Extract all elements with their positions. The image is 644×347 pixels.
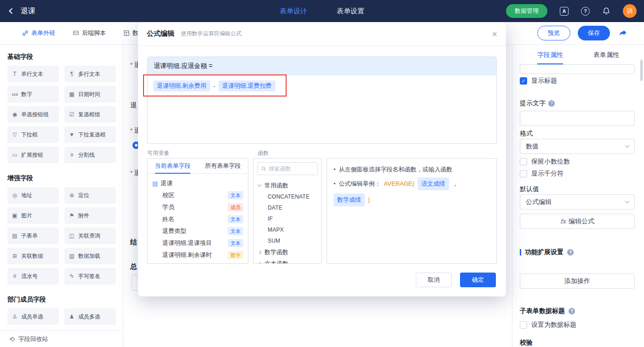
validation-title: 校验: [520, 339, 533, 347]
tab-field-properties[interactable]: 字段属性: [537, 51, 563, 64]
variable-row[interactable]: 校区 文本: [152, 189, 243, 201]
translate-icon[interactable]: A: [560, 7, 569, 16]
function-item[interactable]: MAPX: [258, 224, 317, 235]
variable-row[interactable]: 学员 成员: [152, 201, 243, 213]
function-item[interactable]: IF: [258, 213, 317, 224]
variable-row[interactable]: 退课明细.剩余课时 数字: [152, 249, 243, 261]
add-action-button[interactable]: 添加操作: [520, 273, 635, 289]
chevron-down-icon: [625, 143, 630, 148]
function-group-label: 数学函数: [264, 248, 288, 256]
variable-row[interactable]: 姓名 文本: [152, 213, 243, 225]
section-accent-bar: [520, 249, 521, 256]
user-avatar[interactable]: 训: [623, 4, 637, 18]
scrollbar-thumb[interactable]: [640, 60, 643, 81]
toolbar-item-external-link[interactable]: 表单外链: [22, 29, 55, 37]
palette-item-attachment[interactable]: ⚑附件: [64, 207, 116, 224]
thousands-row: 显示千分符: [520, 170, 635, 178]
palette-item-label: 子表单: [21, 232, 38, 240]
formula-expression-area[interactable]: 退课明细.剩余费用 - 退课明细.退费扣费: [148, 75, 496, 97]
tab-form-settings[interactable]: 表单设置: [337, 7, 364, 16]
close-icon[interactable]: ×: [492, 29, 497, 39]
function-group-math[interactable]: 数学函数: [258, 246, 317, 258]
palette-item-serial-number[interactable]: #流水号: [7, 268, 59, 284]
hint-help-icon[interactable]: ?: [548, 100, 555, 107]
preview-button[interactable]: 预览: [537, 26, 570, 40]
script-icon: [73, 30, 79, 36]
hint-text-label: 提示文字: [520, 99, 546, 108]
extend-button-icon: ▭: [11, 152, 18, 158]
palette-item-image[interactable]: ▣图片: [7, 207, 59, 224]
palette-item-dropdown-multi[interactable]: ▼下拉复选框: [64, 126, 116, 143]
palette-item-label: 流水号: [21, 273, 38, 280]
palette-item-data-load[interactable]: ▥数据加载: [64, 248, 116, 264]
back-button[interactable]: [7, 7, 15, 15]
palette-item-checkbox-group[interactable]: ☑复选框组: [64, 106, 116, 123]
function-group-common[interactable]: 常用函数: [258, 180, 317, 191]
default-value-select[interactable]: 公式编辑: [520, 194, 635, 210]
function-item[interactable]: SUM: [258, 235, 317, 246]
palette-item-single-line-text[interactable]: T单行文本: [7, 66, 59, 82]
palette-item-location[interactable]: ⊕定位: [64, 187, 116, 204]
palette-item-member-multi[interactable]: ♟成员多选: [64, 308, 116, 325]
set-data-title-checkbox[interactable]: [520, 321, 527, 329]
help-icon[interactable]: ?: [581, 7, 590, 16]
toolbar-item-backend-script[interactable]: 后端脚本: [73, 29, 106, 37]
extension-help-icon[interactable]: ?: [567, 249, 574, 256]
help-example-function: AVERAGE(: [384, 179, 414, 189]
permission-icon: [123, 30, 130, 36]
checkbox-group-icon: ☑: [68, 111, 75, 118]
tab-form-properties[interactable]: 表单属性: [593, 51, 619, 64]
tab-current-form-fields[interactable]: 当前表单字段: [148, 159, 198, 173]
subform-title-section-header: 子表单数据标题 ?: [520, 307, 635, 315]
palette-item-datetime[interactable]: ▦日期时间: [64, 86, 116, 102]
variable-row[interactable]: 退课明细.退课项目 文本: [152, 237, 243, 249]
variable-row[interactable]: 退费类型 文本: [152, 225, 243, 237]
palette-item-signature[interactable]: ✎手写签名: [64, 268, 116, 284]
palette-item-divider[interactable]: ≡分割线: [64, 147, 116, 163]
set-data-title-label: 设置为数据标题: [531, 321, 576, 329]
formula-operator: -: [213, 83, 215, 90]
palette-item-radio-group[interactable]: ◉单选按钮组: [7, 106, 59, 123]
recycle-icon: ⟲: [9, 336, 15, 343]
hint-text-input[interactable]: [520, 111, 635, 126]
function-group-text[interactable]: 文本函数: [258, 258, 317, 264]
caret-right-icon: [258, 250, 261, 254]
data-manage-button[interactable]: 数据管理: [506, 4, 547, 18]
title-input-partial[interactable]: [520, 64, 635, 74]
attachment-icon: ⚑: [68, 212, 75, 219]
tab-all-form-fields[interactable]: 所有表单字段: [198, 159, 248, 173]
page-title: 退课: [21, 6, 35, 16]
notification-bell-icon[interactable]: [602, 7, 610, 15]
palette-item-lookup[interactable]: ◫关联查询: [64, 228, 116, 244]
palette-item-dropdown[interactable]: ▽下拉框: [7, 126, 59, 143]
variables-root-node[interactable]: ▤ 退课: [152, 177, 243, 189]
cancel-button[interactable]: 取消: [416, 273, 452, 287]
show-title-checkbox[interactable]: [520, 77, 527, 85]
thousands-checkbox[interactable]: [520, 170, 527, 177]
field-recycle-bin[interactable]: ⟲ 字段回收站: [0, 330, 123, 347]
help-panel: 从左侧面板选择字段名和函数，或输入函数 公式编辑举例：AVERAGE( 语文成绩…: [327, 158, 497, 264]
edit-formula-button[interactable]: fx 编辑公式: [520, 214, 635, 229]
keep-decimals-checkbox[interactable]: [520, 158, 527, 165]
palette-item-related-data[interactable]: ⊞关联数据: [7, 248, 59, 264]
palette-item-number[interactable]: 123数字: [7, 86, 59, 102]
confirm-button[interactable]: 确定: [460, 273, 496, 287]
palette-item-extend-button[interactable]: ▭扩展按钮: [7, 147, 59, 163]
tab-form-design[interactable]: 表单设计: [280, 7, 307, 16]
function-search-input[interactable]: [269, 165, 314, 172]
format-select[interactable]: 数值: [520, 139, 635, 154]
formula-field-chip[interactable]: 退课明细.剩余费用: [153, 80, 210, 91]
format-select-value: 数值: [526, 142, 539, 151]
share-icon[interactable]: [618, 28, 627, 38]
palette-item-address[interactable]: ◎地址: [7, 187, 59, 204]
function-item[interactable]: DATE: [258, 202, 317, 213]
save-button[interactable]: 保存: [578, 26, 610, 40]
palette-item-member-single[interactable]: ♙成员单选: [7, 308, 59, 325]
subform-help-icon[interactable]: ?: [569, 308, 575, 314]
palette-item-multi-line-text[interactable]: ¶多行文本: [64, 66, 116, 82]
function-item[interactable]: CONCATENATE: [258, 191, 317, 202]
chevron-down-icon: [625, 199, 630, 204]
formula-field-chip[interactable]: 退课明细.退费扣费: [218, 80, 276, 91]
palette-item-label: 下拉框: [21, 131, 38, 139]
palette-item-subform[interactable]: ▤子表单: [7, 228, 59, 244]
